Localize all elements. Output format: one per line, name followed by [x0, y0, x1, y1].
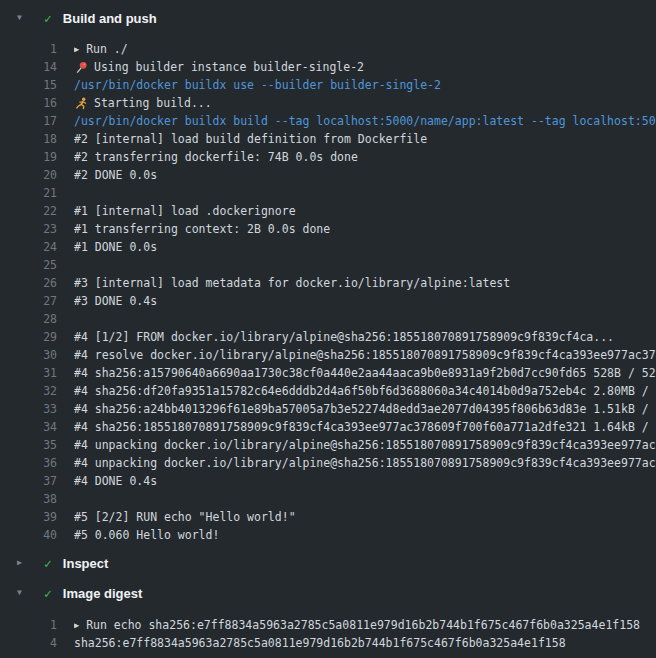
- log-line: 16Starting build...: [0, 94, 656, 112]
- line-text-content: #2 DONE 0.0s: [74, 166, 157, 184]
- log-line: 30#4 resolve docker.io/library/alpine@sh…: [0, 346, 656, 364]
- line-number[interactable]: 33: [0, 400, 57, 418]
- chevron-right-icon[interactable]: ▶: [17, 559, 28, 567]
- line-text: #4 sha256:a15790640a6690aa1730c38cf0a440…: [74, 364, 656, 382]
- line-number[interactable]: 14: [0, 58, 57, 76]
- line-text-content: Using builder instance builder-single-2: [94, 58, 364, 76]
- line-text-content: #4 unpacking docker.io/library/alpine@sh…: [74, 436, 656, 454]
- line-text-content: #4 sha256:a24bb4013296f61e89ba57005a7b3e…: [74, 400, 656, 418]
- line-text: [74, 256, 656, 274]
- line-number[interactable]: 38: [0, 490, 57, 508]
- section-inspect: ▶✓Inspect: [0, 548, 656, 578]
- pushpin-icon: [74, 60, 88, 74]
- line-text-content: /usr/bin/docker buildx use --builder bui…: [74, 76, 441, 94]
- line-text-content: #3 [internal] load metadata for docker.i…: [74, 274, 510, 292]
- log-line: 33#4 sha256:a24bb4013296f61e89ba57005a7b…: [0, 400, 656, 418]
- line-number[interactable]: 31: [0, 364, 57, 382]
- line-number[interactable]: 34: [0, 418, 57, 436]
- line-number[interactable]: 27: [0, 292, 57, 310]
- line-number[interactable]: 35: [0, 436, 57, 454]
- line-text-content: sha256:e7ff8834a5963a2785c5a0811e979d16b…: [74, 634, 566, 652]
- line-number[interactable]: 25: [0, 256, 57, 274]
- line-number[interactable]: 24: [0, 238, 57, 256]
- section-title: Image digest: [63, 586, 142, 601]
- play-icon: ▶: [74, 45, 79, 54]
- line-number[interactable]: 30: [0, 346, 57, 364]
- line-text-content: #1 DONE 0.0s: [74, 238, 157, 256]
- chevron-down-icon[interactable]: ▼: [17, 589, 28, 597]
- line-text-content: #5 0.060 Hello world!: [74, 526, 219, 544]
- line-number[interactable]: 39: [0, 508, 57, 526]
- log-line: 40#5 0.060 Hello world!: [0, 526, 656, 544]
- line-number[interactable]: 1: [0, 40, 57, 58]
- line-text-content: Run echo sha256:e7ff8834a5963a2785c5a081…: [86, 616, 640, 634]
- line-number[interactable]: 17: [0, 112, 57, 130]
- line-text-content: #4 resolve docker.io/library/alpine@sha2…: [74, 346, 656, 364]
- line-number[interactable]: 29: [0, 328, 57, 346]
- chevron-down-icon[interactable]: ▼: [17, 14, 28, 22]
- section-header-image-digest[interactable]: ▼✓Image digest: [0, 578, 656, 608]
- line-number[interactable]: 4: [0, 634, 57, 652]
- log-line: 23#1 transferring context: 2B 0.0s done: [0, 220, 656, 238]
- log-line: 25: [0, 256, 656, 274]
- line-text: ▶Run ./: [74, 40, 656, 58]
- section-image-digest: ▼✓Image digest1▶Run echo sha256:e7ff8834…: [0, 578, 656, 658]
- line-number[interactable]: 23: [0, 220, 57, 238]
- line-number[interactable]: 28: [0, 310, 57, 328]
- runner-icon: [74, 96, 88, 110]
- line-number[interactable]: 26: [0, 274, 57, 292]
- section-title: Build and push: [63, 11, 157, 26]
- log-line[interactable]: 1▶Run ./: [0, 40, 656, 58]
- line-number[interactable]: 40: [0, 526, 57, 544]
- log-line: 31#4 sha256:a15790640a6690aa1730c38cf0a4…: [0, 364, 656, 382]
- line-number[interactable]: 21: [0, 184, 57, 202]
- line-number[interactable]: 18: [0, 130, 57, 148]
- line-text: #4 sha256:185518070891758909c9f839cf4ca3…: [74, 418, 656, 436]
- check-success-icon: ✓: [44, 587, 52, 600]
- line-text: #4 unpacking docker.io/library/alpine@sh…: [74, 454, 656, 472]
- line-text: #2 transferring dockerfile: 74B 0.0s don…: [74, 148, 656, 166]
- line-text-content: #1 transferring context: 2B 0.0s done: [74, 220, 330, 238]
- line-text-content: #4 [1/2] FROM docker.io/library/alpine@s…: [74, 328, 614, 346]
- line-text: #2 DONE 0.0s: [74, 166, 656, 184]
- line-text: #4 [1/2] FROM docker.io/library/alpine@s…: [74, 328, 656, 346]
- line-number[interactable]: 20: [0, 166, 57, 184]
- log-line: 22#1 [internal] load .dockerignore: [0, 202, 656, 220]
- log-line: 28: [0, 310, 656, 328]
- line-text: Starting build...: [74, 94, 656, 112]
- log-line: 38: [0, 490, 656, 508]
- line-text-content: Starting build...: [94, 94, 212, 112]
- workflow-log: ▼✓Build and push1▶Run ./14Using builder …: [0, 0, 656, 658]
- log-line: 39#5 [2/2] RUN echo "Hello world!": [0, 508, 656, 526]
- section-header-build-and-push[interactable]: ▼✓Build and push: [0, 0, 656, 36]
- log-line: 21: [0, 184, 656, 202]
- line-number[interactable]: 16: [0, 94, 57, 112]
- line-text: #1 [internal] load .dockerignore: [74, 202, 656, 220]
- log-line: 4sha256:e7ff8834a5963a2785c5a0811e979d16…: [0, 634, 656, 652]
- line-text: #2 [internal] load build definition from…: [74, 130, 656, 148]
- line-number[interactable]: 1: [0, 616, 57, 634]
- line-number[interactable]: 22: [0, 202, 57, 220]
- section-header-inspect[interactable]: ▶✓Inspect: [0, 548, 656, 578]
- line-text: #4 unpacking docker.io/library/alpine@sh…: [74, 436, 656, 454]
- log-line: 17/usr/bin/docker buildx build --tag loc…: [0, 112, 656, 130]
- line-text: #1 transferring context: 2B 0.0s done: [74, 220, 656, 238]
- play-icon: ▶: [74, 621, 79, 630]
- line-text-content: #4 sha256:185518070891758909c9f839cf4ca3…: [74, 418, 656, 436]
- line-text-content: #2 [internal] load build definition from…: [74, 130, 427, 148]
- section-body-image-digest: 1▶Run echo sha256:e7ff8834a5963a2785c5a0…: [0, 608, 656, 658]
- log-line[interactable]: 1▶Run echo sha256:e7ff8834a5963a2785c5a0…: [0, 616, 656, 634]
- line-number[interactable]: 32: [0, 382, 57, 400]
- line-text: #3 [internal] load metadata for docker.i…: [74, 274, 656, 292]
- line-number[interactable]: 15: [0, 76, 57, 94]
- line-text-content: #4 unpacking docker.io/library/alpine@sh…: [74, 454, 656, 472]
- line-number[interactable]: 37: [0, 472, 57, 490]
- line-text: #4 sha256:df20fa9351a15782c64e6dddb2d4a6…: [74, 382, 656, 400]
- section-body-build-and-push: 1▶Run ./14Using builder instance builder…: [0, 36, 656, 548]
- line-text: /usr/bin/docker buildx use --builder bui…: [74, 76, 656, 94]
- line-number[interactable]: 19: [0, 148, 57, 166]
- line-text: #1 DONE 0.0s: [74, 238, 656, 256]
- line-text: #4 sha256:a24bb4013296f61e89ba57005a7b3e…: [74, 400, 656, 418]
- line-number[interactable]: 36: [0, 454, 57, 472]
- line-text: [74, 184, 656, 202]
